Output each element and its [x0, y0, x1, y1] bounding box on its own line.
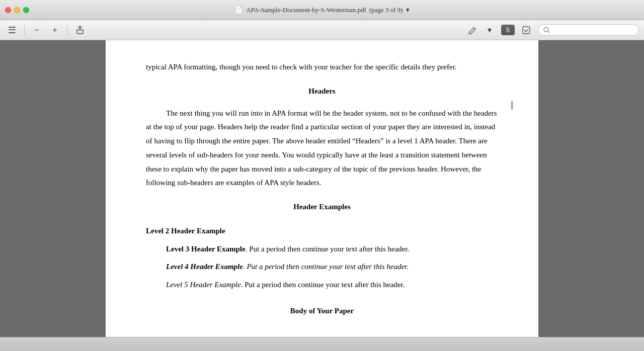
svg-line-3	[548, 31, 549, 33]
close-button[interactable]	[5, 7, 11, 13]
annotate-pencil-button[interactable]	[465, 23, 480, 37]
headers-paragraph-text: The next thing you will run into in APA …	[146, 109, 497, 187]
intro-text-content: typical APA formatting, though you need …	[146, 63, 457, 71]
search-bar[interactable]	[538, 24, 639, 36]
main-area: typical APA formatting, though you need …	[0, 40, 644, 337]
level3-bold-text: Level 3 Header Example	[166, 245, 246, 253]
level2-text: Level 2 Header Example	[146, 227, 225, 235]
window-title: 📄 APA-Sample-Document-by-S-Westerman.pdf…	[234, 6, 409, 14]
title-bar: 📄 APA-Sample-Document-by-S-Westerman.pdf…	[0, 0, 644, 20]
intro-text: typical APA formatting, though you need …	[146, 60, 498, 74]
cursor-indicator: |	[511, 100, 513, 110]
page-number-button[interactable]: 5	[501, 25, 515, 35]
toolbar-separator-2	[67, 25, 67, 35]
bottom-bar	[0, 337, 644, 351]
level5-regular-text: . Put a period then continue your text a…	[241, 281, 405, 289]
pdf-page: typical APA formatting, though you need …	[106, 40, 538, 337]
headers-heading: Headers	[146, 84, 498, 99]
level5-header-line: Level 5 Header Example. Put a period the…	[166, 278, 498, 292]
maximize-button[interactable]	[23, 7, 29, 13]
annotate-dropdown-button[interactable]: ▾	[482, 23, 497, 37]
search-icon	[543, 27, 550, 33]
search-input[interactable]	[553, 26, 633, 34]
level4-regular-text: . Put a period then continue your text a…	[243, 262, 409, 271]
pdf-content: typical APA formatting, though you need …	[146, 60, 498, 318]
pdf-icon: 📄	[234, 6, 243, 14]
zoom-in-button[interactable]: +	[48, 23, 62, 37]
sidebar-toggle-button[interactable]: ☰	[5, 23, 19, 38]
page-info-label: (page 3 of 9)	[369, 6, 403, 14]
title-bar-left	[5, 7, 29, 13]
filename-label: APA-Sample-Document-by-S-Westerman.pdf	[246, 6, 366, 14]
share-button[interactable]	[72, 24, 88, 37]
level5-italic-text: Level 5 Header Example	[166, 281, 241, 289]
header-examples-heading: Header Examples	[146, 200, 498, 214]
minimize-button[interactable]	[14, 7, 20, 13]
edit-button[interactable]	[519, 23, 534, 37]
level4-bold-italic-text: Level 4 Header Example	[166, 262, 243, 271]
zoom-out-button[interactable]: −	[30, 23, 44, 37]
svg-rect-1	[523, 27, 530, 34]
dropdown-arrow[interactable]: ▾	[406, 6, 410, 14]
traffic-lights	[5, 7, 29, 13]
toolbar: ☰ − + ▾ 5	[0, 20, 644, 40]
level3-header-line: Level 3 Header Example. Put a period the…	[166, 242, 498, 256]
body-of-paper-heading: Body of Your Paper	[146, 304, 498, 318]
level4-header-line: Level 4 Header Example. Put a period the…	[166, 260, 498, 274]
annotate-group: ▾	[465, 23, 497, 37]
level3-regular-text: . Put a period then continue your text a…	[246, 245, 410, 253]
toolbar-separator-1	[24, 25, 25, 35]
level2-header: Level 2 Header Example	[146, 224, 498, 238]
headers-paragraph: The next thing you will run into in APA …	[146, 107, 498, 191]
